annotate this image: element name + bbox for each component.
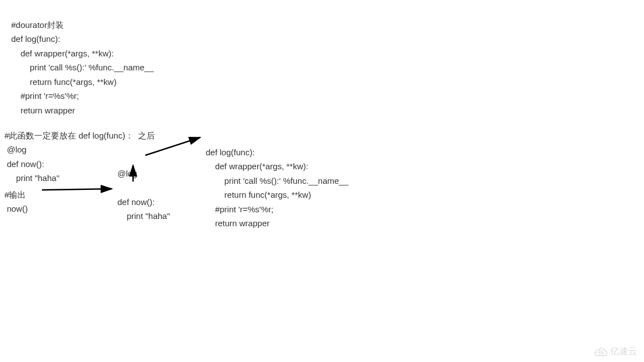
- code-line: return func(*args, **kw): [206, 190, 311, 199]
- watermark-text: 亿速云: [610, 346, 637, 358]
- code-line: def now():: [4, 159, 44, 169]
- code-line: print "haha": [117, 211, 170, 221]
- code-block-decorator-def: #dourator封装 def log(func): def wrapper(*…: [11, 3, 154, 117]
- code-line: #print 'r=%s'%r;: [11, 91, 79, 101]
- code-line: @log: [4, 145, 26, 154]
- cloud-icon: [594, 346, 608, 358]
- code-line: def wrapper(*args, **kw):: [206, 161, 308, 171]
- code-line: #dourator封装: [11, 20, 64, 30]
- code-line: def now():: [117, 197, 155, 207]
- code-line: #print 'r=%s'%r;: [206, 204, 273, 214]
- code-block-middle: @log def now(): print "haha": [117, 152, 170, 223]
- code-block-right: def log(func): def wrapper(*args, **kw):…: [206, 131, 348, 231]
- code-line: return wrapper: [11, 106, 75, 115]
- svg-point-1: [602, 352, 603, 354]
- arrow-now-to-def: [42, 189, 112, 190]
- watermark: 亿速云: [594, 346, 637, 358]
- code-line: #输出: [4, 190, 26, 199]
- code-line: return wrapper: [206, 218, 269, 228]
- code-line: print 'call %s():' %func.__name__: [11, 63, 154, 72]
- code-line: print 'call %s():' %func.__name__: [206, 176, 348, 185]
- code-block-output: #输出 now(): [4, 173, 28, 216]
- code-line: #此函数一定要放在 def log(func)： 之后: [4, 131, 155, 140]
- code-line: @log: [117, 169, 137, 178]
- code-line: now(): [4, 204, 28, 213]
- svg-point-0: [599, 352, 600, 354]
- code-line: def log(func):: [11, 34, 60, 44]
- code-line: return func(*args, **kw): [11, 77, 116, 87]
- code-line: def wrapper(*args, **kw):: [11, 49, 113, 58]
- code-line: def log(func):: [206, 147, 255, 157]
